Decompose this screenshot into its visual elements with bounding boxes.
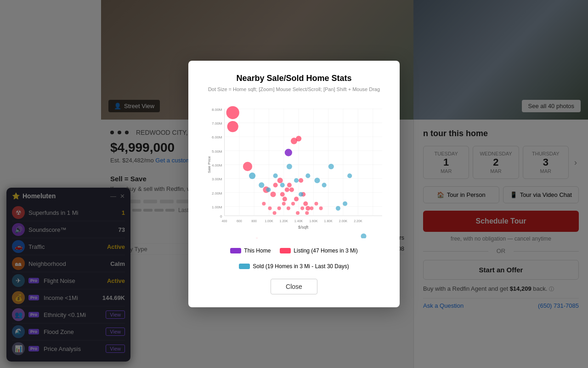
svg-point-74 <box>343 201 347 206</box>
svg-text:600: 600 <box>237 219 242 223</box>
svg-text:4.00M: 4.00M <box>212 163 222 167</box>
svg-text:$/sqft: $/sqft <box>298 225 309 230</box>
legend-sold: Sold (19 Homes in 3 Mi - Last 30 Days) <box>239 263 349 270</box>
svg-point-66 <box>287 164 292 169</box>
svg-point-57 <box>299 178 303 183</box>
svg-point-42 <box>227 121 238 132</box>
svg-text:0: 0 <box>220 214 222 218</box>
svg-point-82 <box>282 202 286 206</box>
svg-point-83 <box>287 207 290 210</box>
svg-point-73 <box>336 206 340 211</box>
svg-point-49 <box>280 192 285 197</box>
svg-point-51 <box>285 188 289 192</box>
scatter-chart: 8.00M 7.00M 6.00M 5.00M 4.00M 3.00M 2.00… <box>201 100 387 238</box>
chart-area: 8.00M 7.00M 6.00M 5.00M 4.00M 3.00M 2.00… <box>201 100 387 238</box>
legend-color-listing <box>280 248 291 253</box>
svg-point-81 <box>277 207 281 210</box>
svg-point-72 <box>328 164 334 169</box>
svg-point-52 <box>287 183 292 187</box>
svg-point-43 <box>243 162 252 171</box>
svg-point-55 <box>289 188 294 192</box>
legend-color-this-home <box>230 248 241 253</box>
svg-point-70 <box>314 178 320 183</box>
svg-text:5.00M: 5.00M <box>212 150 222 154</box>
svg-text:7.00M: 7.00M <box>212 121 222 126</box>
svg-point-80 <box>273 211 277 215</box>
svg-point-54 <box>296 136 301 141</box>
svg-point-89 <box>314 202 318 206</box>
modal-close-button[interactable]: Close <box>271 279 317 294</box>
svg-point-84 <box>291 202 295 206</box>
legend-color-sold <box>239 264 250 269</box>
modal-overlay: Nearby Sale/Sold Home Stats Dot Size = H… <box>0 0 588 368</box>
svg-text:6.00M: 6.00M <box>212 136 222 140</box>
svg-point-62 <box>259 182 264 188</box>
svg-point-63 <box>266 188 271 192</box>
svg-point-79 <box>268 207 271 210</box>
svg-point-64 <box>273 173 278 178</box>
svg-point-48 <box>277 178 283 183</box>
svg-point-67 <box>294 178 299 183</box>
svg-point-69 <box>305 173 310 178</box>
legend-listing: Listing (47 Homes in 3 Mi) <box>280 247 357 254</box>
svg-text:2.00M: 2.00M <box>212 191 222 196</box>
svg-text:2.20K: 2.20K <box>354 219 362 223</box>
svg-point-87 <box>305 211 309 215</box>
svg-point-85 <box>296 211 300 215</box>
svg-point-44 <box>254 238 260 239</box>
svg-point-68 <box>299 192 303 197</box>
svg-point-90 <box>319 207 323 210</box>
svg-text:1.60K: 1.60K <box>309 219 318 223</box>
svg-text:8.00M: 8.00M <box>212 108 222 112</box>
svg-text:1.00K: 1.00K <box>265 219 273 223</box>
svg-point-56 <box>294 197 299 201</box>
modal-subtitle: Dot Size = Home sqft; [Zoom] Mouse Selec… <box>201 86 387 93</box>
svg-point-75 <box>347 173 352 178</box>
svg-point-47 <box>273 183 278 187</box>
svg-point-50 <box>283 197 287 201</box>
svg-point-71 <box>322 183 327 187</box>
svg-text:2.00K: 2.00K <box>339 219 348 223</box>
svg-text:1.40K: 1.40K <box>294 219 303 223</box>
svg-point-59 <box>303 201 308 206</box>
svg-text:1.20K: 1.20K <box>280 219 288 223</box>
svg-point-78 <box>262 202 266 206</box>
svg-text:1.80K: 1.80K <box>324 219 333 223</box>
svg-point-41 <box>226 106 239 119</box>
svg-point-76 <box>361 234 366 239</box>
svg-text:800: 800 <box>251 219 257 223</box>
legend-this-home: This Home <box>230 247 271 254</box>
svg-text:1.00M: 1.00M <box>212 205 222 209</box>
stats-modal: Nearby Sale/Sold Home Stats Dot Size = H… <box>188 61 400 307</box>
svg-point-77 <box>285 149 292 156</box>
svg-point-86 <box>300 207 304 210</box>
modal-title: Nearby Sale/Sold Home Stats <box>201 74 387 83</box>
svg-point-61 <box>249 172 255 179</box>
svg-text:3.00M: 3.00M <box>212 177 222 181</box>
svg-text:Sale Price: Sale Price <box>207 156 211 173</box>
svg-point-60 <box>305 206 310 211</box>
svg-point-88 <box>310 207 313 210</box>
svg-point-65 <box>280 183 285 187</box>
chart-legend: This Home Listing (47 Homes in 3 Mi) Sol… <box>201 247 387 270</box>
svg-text:400: 400 <box>222 219 227 223</box>
svg-point-46 <box>270 192 276 197</box>
